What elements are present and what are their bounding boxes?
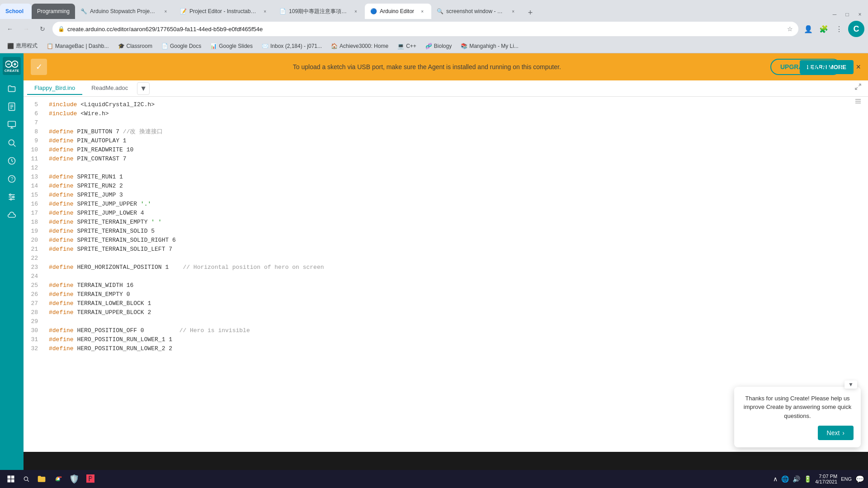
file-tabs-dropdown[interactable]: ▼ bbox=[137, 82, 150, 95]
forward-button[interactable]: → bbox=[20, 23, 33, 35]
tab-screenshot[interactable]: 🔍 screenshot window - Google ... × bbox=[431, 4, 522, 19]
tab-close-arduino-stopwatch[interactable]: × bbox=[162, 8, 169, 15]
taskbar-language[interactable]: ENG bbox=[841, 476, 852, 482]
extensions-icon[interactable]: 🧩 bbox=[817, 23, 830, 35]
code-line-6: #include <Wire.h> bbox=[49, 109, 861, 118]
code-line-24 bbox=[49, 272, 861, 281]
tab-screenshot-label: screenshot window - Google ... bbox=[446, 8, 505, 14]
sidebar-item-file[interactable] bbox=[4, 99, 20, 115]
bookmark-cpp[interactable]: 💻 C++ bbox=[394, 42, 420, 50]
taskbar-time-value: 7:07 PM bbox=[819, 474, 837, 479]
bookmark-icon[interactable]: ☆ bbox=[787, 25, 793, 33]
taskbar-antivirus[interactable]: 🛡️ bbox=[67, 472, 81, 486]
sidebar-item-sliders[interactable] bbox=[4, 189, 20, 205]
taskbar-volume-icon[interactable]: 🔊 bbox=[793, 475, 800, 483]
taskbar-file-explorer[interactable] bbox=[34, 472, 49, 486]
tab-favicon-4: 🔵 bbox=[370, 8, 377, 14]
bookmark-inbox[interactable]: ✉️ Inbox (2,184) - j071... bbox=[258, 42, 326, 50]
minimize-button[interactable]: ─ bbox=[830, 10, 839, 19]
tab-school[interactable]: School bbox=[0, 4, 32, 19]
code-line-15: #define SPRITE_JUMP 3 bbox=[49, 191, 861, 200]
tab-close-google-doc[interactable]: × bbox=[352, 8, 359, 15]
bookmark-inbox-icon: ✉️ bbox=[262, 43, 269, 49]
taskbar-search-button[interactable] bbox=[20, 473, 33, 485]
svg-line-33 bbox=[28, 480, 29, 482]
svg-rect-29 bbox=[11, 476, 14, 479]
survey-next-button[interactable]: Next › bbox=[818, 426, 854, 440]
taskbar-clock[interactable]: 7:07 PM 4/17/2021 bbox=[815, 474, 837, 484]
taskbar-network-icon[interactable]: 🌐 bbox=[781, 475, 789, 483]
bookmarks-bar: ⬛ 應用程式 📋 ManageBac | Dashb... 🎓 Classroo… bbox=[0, 39, 868, 53]
tab-favicon-1: 🔧 bbox=[80, 8, 87, 14]
tab-google-doc[interactable]: 📄 109期中專題注意事項 - Goog... × bbox=[274, 4, 365, 19]
new-tab-button[interactable]: + bbox=[524, 6, 537, 19]
file-tab-readme[interactable]: ReadMe.adoc bbox=[84, 82, 135, 95]
sidebar-item-folder[interactable] bbox=[4, 80, 20, 97]
tab-project-editor[interactable]: 📝 Project Editor - Instructables × bbox=[175, 4, 274, 19]
browser-toolbar: 👤 🧩 ⋮ C bbox=[802, 21, 864, 37]
taskbar-notifications[interactable]: 💬 bbox=[855, 475, 864, 483]
sidebar-item-help[interactable]: ? bbox=[4, 171, 20, 187]
start-button[interactable] bbox=[4, 472, 18, 486]
tab-arduino-editor-label: Arduino Editor bbox=[380, 8, 414, 14]
bookmark-google-slides[interactable]: 📊 Google Slides bbox=[207, 42, 256, 50]
bookmark-managebac[interactable]: 📋 ManageBac | Dashb... bbox=[43, 42, 113, 50]
taskbar-date-value: 4/17/2021 bbox=[815, 479, 837, 484]
sidebar-item-clock[interactable] bbox=[4, 153, 20, 169]
bookmark-classroom-label: Classroom bbox=[127, 43, 152, 49]
url-bar[interactable]: 🔒 create.arduino.cc/editor/aaron629/1776… bbox=[52, 22, 798, 36]
tab-arduino-stopwatch[interactable]: 🔧 Arduino Stopwatch Project : 6 × bbox=[75, 4, 175, 19]
sidebar: CREATE bbox=[0, 53, 24, 488]
tab-close-arduino-editor[interactable]: × bbox=[419, 8, 426, 15]
back-button[interactable]: ← bbox=[4, 23, 16, 35]
bookmark-gslides-icon: 📊 bbox=[210, 43, 217, 49]
close-button[interactable]: × bbox=[855, 10, 864, 19]
maximize-button[interactable]: □ bbox=[843, 10, 852, 19]
taskbar-chrome[interactable] bbox=[51, 472, 65, 486]
bookmark-mangahigh[interactable]: 📚 Mangahigh - My Li... bbox=[457, 42, 522, 50]
code-line-23: #define HERO_HORIZONTAL_POSITION 1 // Ho… bbox=[49, 263, 861, 272]
user-avatar[interactable]: C bbox=[848, 21, 864, 37]
sidebar-item-cloud[interactable] bbox=[4, 207, 20, 223]
svg-line-23 bbox=[859, 84, 861, 86]
code-line-29 bbox=[49, 317, 861, 326]
bookmark-classroom[interactable]: 🎓 Classroom bbox=[114, 42, 156, 50]
taskbar-chevron[interactable]: ∧ bbox=[773, 475, 778, 483]
bookmark-achieve[interactable]: 🏠 Achieve3000: Home bbox=[327, 42, 392, 50]
upgrade-plan-button[interactable]: UPGRADE PLAN bbox=[770, 59, 841, 75]
notification-text: To upload a sketch via USB port, make su… bbox=[54, 63, 800, 70]
bookmark-apps[interactable]: ⬛ 應用程式 bbox=[4, 41, 41, 51]
bookmark-biology[interactable]: 🧬 Biology bbox=[422, 42, 455, 50]
code-line-27: #define TERRAIN_LOWER_BLOCK 1 bbox=[49, 299, 861, 308]
tab-arduino-stopwatch-label: Arduino Stopwatch Project : 6 bbox=[90, 8, 158, 14]
tab-arduino-editor[interactable]: 🔵 Arduino Editor × bbox=[365, 4, 431, 19]
tab-close-screenshot[interactable]: × bbox=[509, 8, 517, 15]
bookmark-classroom-icon: 🎓 bbox=[118, 43, 125, 49]
notification-bar: ✓ To upload a sketch via USB port, make … bbox=[24, 53, 868, 80]
tab-favicon-2: 📝 bbox=[180, 8, 187, 14]
code-line-32: #define HERO_POSITION_RUN_LOWER_2 2 bbox=[49, 344, 861, 353]
taskbar-battery-icon[interactable]: 🔋 bbox=[804, 475, 811, 483]
expand-icon[interactable] bbox=[852, 80, 864, 93]
tab-favicon-3: 📄 bbox=[279, 8, 286, 14]
right-icons bbox=[852, 80, 864, 108]
svg-point-21 bbox=[13, 196, 14, 197]
file-tab-flappy-bird[interactable]: Flappy_Bird.ino bbox=[27, 82, 82, 95]
svg-line-13 bbox=[14, 145, 16, 147]
code-line-31: #define HERO_POSITION_RUN_LOWER_1 1 bbox=[49, 335, 861, 344]
survey-collapse-button[interactable]: ▼ bbox=[844, 380, 857, 389]
list-icon[interactable] bbox=[852, 95, 864, 108]
sidebar-item-monitor[interactable] bbox=[4, 117, 20, 133]
arduino-logo: CREATE bbox=[3, 57, 21, 75]
reload-button[interactable]: ↻ bbox=[36, 23, 49, 35]
tab-close-project-editor[interactable]: × bbox=[261, 8, 269, 15]
taskbar-pocket[interactable]: 🅿 bbox=[83, 472, 98, 486]
profile-icon[interactable]: 👤 bbox=[802, 23, 815, 35]
close-notification-button[interactable]: × bbox=[856, 62, 861, 72]
settings-icon[interactable]: ⋮ bbox=[833, 23, 845, 35]
svg-rect-9 bbox=[8, 122, 16, 127]
bookmark-google-docs[interactable]: 📄 Google Docs bbox=[158, 42, 205, 50]
sidebar-item-search[interactable] bbox=[4, 135, 20, 151]
tab-programming[interactable]: Programming bbox=[32, 4, 75, 19]
main-area: CREATE bbox=[0, 53, 868, 488]
